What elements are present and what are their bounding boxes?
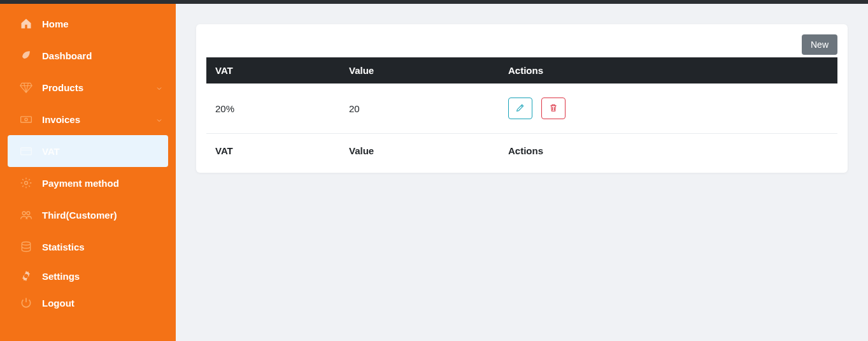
edit-button[interactable] <box>508 98 532 119</box>
main-content: New VAT Value Actions 20% 20 <box>176 4 868 341</box>
table-row: 20% 20 <box>206 83 837 134</box>
svg-point-6 <box>27 212 30 215</box>
gear-outline-icon <box>19 176 33 190</box>
svg-point-5 <box>22 212 25 215</box>
cog-icon <box>19 269 33 283</box>
sidebar-item-label: Statistics <box>42 242 163 252</box>
database-icon <box>19 240 33 254</box>
cell-vat: 20% <box>206 83 340 134</box>
table-footer-row: VAT Value Actions <box>206 134 837 163</box>
cell-value: 20 <box>340 83 499 134</box>
tf-vat: VAT <box>206 134 340 163</box>
sidebar-item-home[interactable]: Home <box>0 8 176 40</box>
svg-point-4 <box>25 182 28 185</box>
sidebar-item-settings[interactable]: Settings <box>0 263 176 289</box>
sidebar-item-label: Invoices <box>42 114 155 125</box>
cell-actions <box>499 83 837 134</box>
svg-point-7 <box>22 242 30 245</box>
sidebar-item-label: Dashboard <box>42 50 163 61</box>
tf-value: Value <box>340 134 499 163</box>
tf-actions: Actions <box>499 134 837 163</box>
chevron-down-icon <box>155 83 163 91</box>
sidebar-item-label: Settings <box>42 271 163 282</box>
sidebar-item-products[interactable]: Products <box>0 71 176 103</box>
chevron-down-icon <box>155 115 163 123</box>
sidebar-item-label: Logout <box>42 298 163 308</box>
th-actions: Actions <box>499 57 837 83</box>
th-vat: VAT <box>206 57 340 83</box>
sidebar-item-dashboard[interactable]: Dashboard <box>0 40 176 71</box>
power-icon <box>19 296 33 310</box>
th-value: Value <box>340 57 499 83</box>
home-icon <box>19 17 33 31</box>
users-icon <box>19 208 33 222</box>
diamond-icon <box>19 80 33 94</box>
sidebar: Home Dashboard Products Invoices <box>0 4 176 341</box>
cash-icon <box>19 112 33 126</box>
trash-icon <box>548 103 559 115</box>
sidebar-item-label: Payment method <box>42 178 163 189</box>
vat-table: VAT Value Actions 20% 20 <box>206 57 837 163</box>
card-icon <box>19 144 33 158</box>
delete-button[interactable] <box>541 98 566 119</box>
sidebar-item-logout[interactable]: Logout <box>0 289 176 316</box>
rocket-icon <box>19 48 33 62</box>
sidebar-item-label: VAT <box>42 146 162 157</box>
sidebar-item-label: Third(Customer) <box>42 210 163 221</box>
svg-rect-2 <box>21 148 32 155</box>
svg-point-1 <box>25 118 27 120</box>
sidebar-item-vat[interactable]: VAT <box>8 135 168 167</box>
vat-card: New VAT Value Actions 20% 20 <box>196 24 848 173</box>
sidebar-item-payment-method[interactable]: Payment method <box>0 167 176 199</box>
sidebar-item-label: Home <box>42 18 163 29</box>
sidebar-item-third-customer[interactable]: Third(Customer) <box>0 199 176 231</box>
sidebar-item-statistics[interactable]: Statistics <box>0 231 176 263</box>
layout: Home Dashboard Products Invoices <box>0 4 868 341</box>
sidebar-item-invoices[interactable]: Invoices <box>0 103 176 135</box>
pencil-icon <box>515 103 525 115</box>
sidebar-item-label: Products <box>42 82 155 93</box>
table-header-row: VAT Value Actions <box>206 57 837 83</box>
svg-rect-0 <box>21 117 32 122</box>
new-button[interactable]: New <box>802 34 837 55</box>
